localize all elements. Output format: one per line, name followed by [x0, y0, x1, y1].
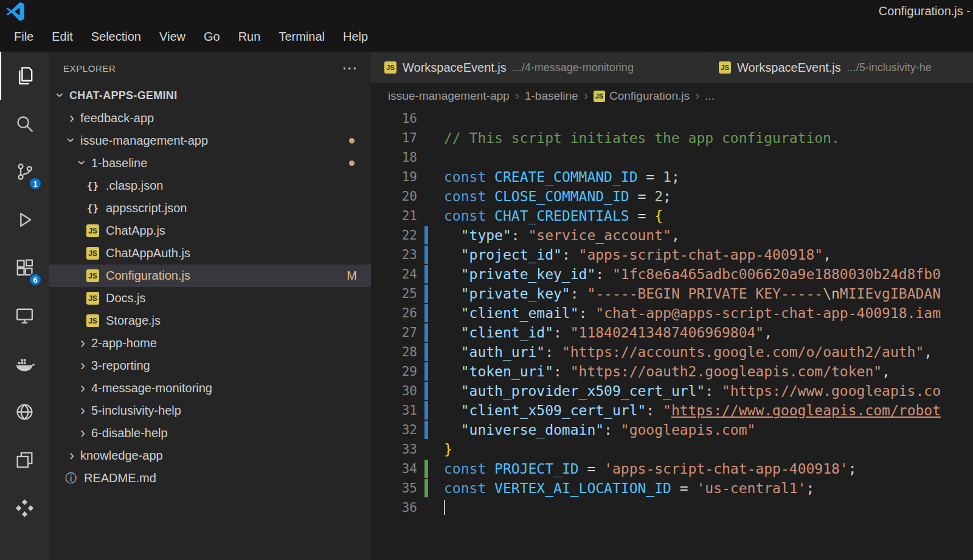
token: 1: [663, 169, 671, 185]
tree-item-4-message-monitoring[interactable]: ›4-message-monitoring: [49, 377, 371, 399]
tree-item-1-baseline[interactable]: ›1-baseline: [49, 152, 371, 175]
tree-item-appsscript-json[interactable]: {}appsscript.json: [49, 197, 371, 220]
chevron-down-icon[interactable]: ›: [75, 155, 89, 170]
tab-workspaceevent-js-1[interactable]: JSWorkspaceEvent.js.../4-message-monitor…: [371, 52, 705, 83]
tree-item-3-reporting[interactable]: ›3-reporting: [49, 354, 371, 377]
tree-item-clasp-json[interactable]: {}.clasp.json: [49, 175, 371, 197]
token: =: [629, 208, 655, 224]
menu-edit[interactable]: Edit: [43, 21, 81, 52]
tree-item-issue-management-app[interactable]: ›issue-management-app: [49, 130, 371, 152]
activity-docker[interactable]: [0, 340, 49, 388]
tree-item-chat-apps-gemini[interactable]: ›CHAT-APPS-GEMINI: [49, 85, 371, 107]
menu-file[interactable]: File: [5, 21, 43, 52]
code-line-19[interactable]: 19const CREATE_COMMAND_ID = 1;: [371, 167, 973, 187]
menu-selection[interactable]: Selection: [82, 21, 150, 52]
tree-item-6-disable-help[interactable]: ›6-disable-help: [49, 422, 371, 444]
code-line-26[interactable]: 26 "client_email": "chat-app@apps-script…: [371, 303, 973, 323]
token: ;: [848, 461, 857, 477]
activity-source-control[interactable]: 1: [0, 148, 49, 196]
gutter-added-indicator: [424, 479, 428, 497]
token: 2: [654, 188, 663, 204]
code-line-29[interactable]: 29 "token_uri": "https://oauth2.googleap…: [371, 362, 973, 381]
breadcrumb-item-issue-management-app[interactable]: issue-management-app: [388, 89, 510, 103]
tree-item-chatappauth-js[interactable]: JSChatAppAuth.js: [49, 242, 371, 264]
code-line-20[interactable]: 20const CLOSE_COMMAND_ID = 2;: [371, 187, 973, 206]
tree-item-storage-js[interactable]: JSStorage.js: [49, 309, 371, 332]
code-line-18[interactable]: 18: [371, 148, 973, 167]
chevron-right-icon[interactable]: ›: [75, 381, 90, 395]
line-number: 28: [371, 342, 417, 362]
tree-item-2-app-home[interactable]: ›2-app-home: [49, 332, 371, 354]
chevron-down-icon[interactable]: ›: [53, 88, 67, 102]
code-line-32[interactable]: 32 "universe_domain": "googleapis.com": [371, 420, 973, 440]
code-line-35[interactable]: 35const VERTEX_AI_LOCATION_ID = 'us-cent…: [371, 479, 973, 498]
activity-remote-explorer[interactable]: [0, 292, 49, 340]
chevron-right-icon[interactable]: ›: [75, 336, 90, 350]
breadcrumb-label: ...: [705, 89, 715, 103]
token: CREATE_COMMAND_ID: [494, 169, 637, 185]
chevron-right-icon[interactable]: ›: [75, 359, 90, 373]
activity-gemini[interactable]: [0, 484, 49, 532]
tree-item-feedback-app[interactable]: ›feedback-app: [49, 107, 371, 130]
tree-item-label: feedback-app: [80, 111, 154, 125]
menu-help[interactable]: Help: [334, 21, 377, 52]
line-number: 23: [371, 245, 417, 264]
tree-item-label: ChatApp.js: [106, 224, 165, 238]
breadcrumb-label: 1-baseline: [525, 89, 578, 103]
code-line-31[interactable]: 31 "client_x509_cert_url": "https://www.…: [371, 401, 973, 420]
code-line-25[interactable]: 25 "private_key": "-----BEGIN PRIVATE KE…: [371, 284, 973, 303]
activity-run-and-debug[interactable]: [0, 196, 49, 244]
activity-extensions[interactable]: 6: [0, 244, 49, 292]
code-line-22[interactable]: 22 "type": "service_account",: [371, 226, 973, 245]
activity-explorer[interactable]: [0, 52, 49, 100]
code-line-28[interactable]: 28 "auth_uri": "https://accounts.google.…: [371, 342, 973, 362]
token: const: [444, 461, 486, 477]
breadcrumb-item-configuration-js[interactable]: JSConfiguration.js: [594, 89, 690, 103]
line-number: 24: [371, 264, 417, 284]
chevron-right-icon[interactable]: ›: [75, 404, 90, 418]
code-line-23[interactable]: 23 "project_id": "apps-script-chat-app-4…: [371, 245, 973, 264]
diamonds-icon: [15, 498, 35, 518]
menu-run[interactable]: Run: [229, 21, 270, 52]
gutter-modified-indicator: [424, 285, 428, 303]
json-file-icon: {}: [86, 180, 99, 192]
search-icon: [15, 114, 35, 134]
tree-item-docs-js[interactable]: JSDocs.js: [49, 287, 371, 309]
code-line-36[interactable]: 36: [371, 498, 973, 517]
text-cursor: [444, 500, 445, 515]
more-actions-icon[interactable]: ⋯: [342, 60, 358, 76]
chevron-right-icon[interactable]: ›: [64, 449, 79, 463]
tree-item-knowledge-app[interactable]: ›knowledge-app: [49, 444, 371, 467]
code-line-34[interactable]: 34const PROJECT_ID = 'apps-script-chat-a…: [371, 459, 973, 479]
menu-view[interactable]: View: [150, 21, 195, 52]
chevron-right-icon[interactable]: ›: [75, 426, 90, 440]
tree-item-5-inclusivity-help[interactable]: ›5-inclusivity-help: [49, 399, 371, 422]
code-line-27[interactable]: 27 "client_id": "118402413487406969804",: [371, 323, 973, 342]
activity-github[interactable]: [0, 388, 49, 436]
tree-item-chatapp-js[interactable]: JSChatApp.js: [49, 220, 371, 242]
tree-item-readme-md[interactable]: ⓘREADME.md: [49, 467, 371, 489]
chevron-right-icon[interactable]: ›: [64, 111, 79, 125]
token: // This script initiates the app configu…: [444, 130, 840, 146]
code-editor[interactable]: 1617// This script initiates the app con…: [371, 109, 973, 560]
breadcrumb-item-[interactable]: ...: [705, 89, 715, 103]
activity-search[interactable]: [0, 100, 49, 148]
line-number: 18: [371, 148, 417, 167]
line-number: 31: [371, 401, 417, 420]
activity-project-manager[interactable]: [0, 436, 49, 484]
tree-item-configuration-js[interactable]: JSConfiguration.jsM: [49, 264, 371, 287]
chevron-down-icon[interactable]: ›: [64, 133, 78, 147]
line-number: 34: [371, 459, 417, 479]
token: :: [553, 364, 570, 379]
code-line-21[interactable]: 21const CHAT_CREDENTIALS = {: [371, 206, 973, 226]
code-line-24[interactable]: 24 "private_key_id": "1fc8e6a465adbc0066…: [371, 264, 973, 284]
code-line-16[interactable]: 16: [371, 109, 973, 128]
menu-go[interactable]: Go: [195, 21, 229, 52]
code-line-30[interactable]: 30 "auth_provider_x509_cert_url": "https…: [371, 381, 973, 401]
menu-terminal[interactable]: Terminal: [269, 21, 334, 52]
tab-label: WorkspaceEvent.js: [403, 61, 507, 75]
breadcrumb-item-1-baseline[interactable]: 1-baseline: [525, 89, 578, 103]
code-line-33[interactable]: 33}: [371, 440, 973, 459]
tab-workspaceevent-js-2[interactable]: JSWorkspaceEvent.js.../5-inclusivity-he: [705, 52, 973, 83]
code-line-17[interactable]: 17// This script initiates the app confi…: [371, 128, 973, 148]
